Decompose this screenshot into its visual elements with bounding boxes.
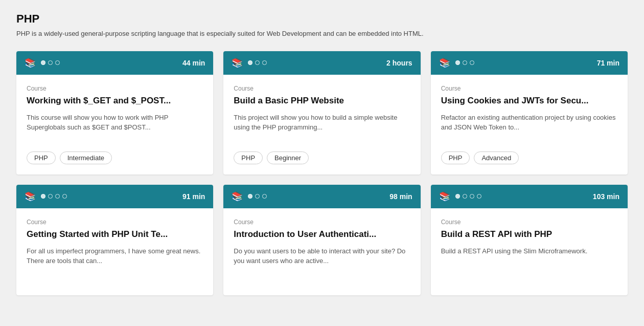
card-header-left: 📚 <box>439 58 474 68</box>
book-icon: 📚 <box>232 192 243 201</box>
card-header-left: 📚 <box>232 58 267 68</box>
dot <box>255 60 260 65</box>
card-3[interactable]: 📚 71 min Course Using Cookies and JWTs f… <box>431 51 628 175</box>
card-body: Course Getting Started with PHP Unit Te.… <box>16 208 213 295</box>
dot <box>62 194 67 199</box>
book-icon: 📚 <box>25 58 36 68</box>
card-type: Course <box>441 219 617 226</box>
card-description: For all us imperfect programmers, I have… <box>27 246 203 273</box>
card-6[interactable]: 📚 103 min Course Build a REST API with P… <box>431 185 628 295</box>
page-description: PHP is a widely-used general-purpose scr… <box>16 29 628 39</box>
card-header: 📚 44 min <box>16 51 213 75</box>
book-icon: 📚 <box>439 58 450 68</box>
card-body: Course Build a Basic PHP Website This pr… <box>223 75 420 175</box>
card-header: 📚 103 min <box>431 185 628 208</box>
card-title: Build a Basic PHP Website <box>234 95 410 106</box>
tag: Beginner <box>267 151 309 164</box>
card-body: Course Using Cookies and JWTs for Secu..… <box>431 75 628 175</box>
card-title: Getting Started with PHP Unit Te... <box>27 229 203 240</box>
card-description: Refactor an existing authentication proj… <box>441 113 617 139</box>
card-header: 📚 2 hours <box>223 51 420 75</box>
card-description: Do you want users to be able to interact… <box>234 246 410 273</box>
card-1[interactable]: 📚 44 min Course Working with $_GET and $… <box>16 51 213 175</box>
card-title: Using Cookies and JWTs for Secu... <box>441 95 617 106</box>
card-title: Build a REST API with PHP <box>441 229 617 240</box>
card-body: Course Build a REST API with PHP Build a… <box>431 208 628 295</box>
dot <box>477 194 481 199</box>
card-type: Course <box>234 219 410 226</box>
dots <box>455 194 481 199</box>
dots <box>248 194 267 199</box>
card-tags: PHPIntermediate <box>27 151 203 164</box>
card-duration: 98 min <box>389 192 412 201</box>
card-5[interactable]: 📚 98 min Course Introduction to User Aut… <box>223 185 420 295</box>
book-icon: 📚 <box>25 192 36 201</box>
dot <box>41 60 45 65</box>
card-duration: 103 min <box>593 192 619 201</box>
card-type: Course <box>441 85 617 92</box>
tag: PHP <box>234 151 263 164</box>
card-duration: 2 hours <box>386 59 412 67</box>
card-header: 📚 91 min <box>16 185 213 208</box>
card-2[interactable]: 📚 2 hours Course Build a Basic PHP Websi… <box>223 51 420 175</box>
page-title: PHP <box>16 12 628 26</box>
card-type: Course <box>27 219 203 226</box>
dot <box>48 194 53 199</box>
dot <box>248 194 252 199</box>
dot <box>55 194 60 199</box>
cards-grid: 📚 44 min Course Working with $_GET and $… <box>16 51 628 295</box>
card-header-left: 📚 <box>25 192 67 201</box>
dot <box>262 60 267 65</box>
card-type: Course <box>234 85 410 92</box>
tag: PHP <box>441 151 470 164</box>
dot <box>41 194 45 199</box>
card-title: Introduction to User Authenticati... <box>234 229 410 240</box>
card-description: This project will show you how to build … <box>234 113 410 139</box>
dot <box>455 194 460 199</box>
dot <box>255 194 260 199</box>
card-header: 📚 71 min <box>431 51 628 75</box>
dot <box>48 60 53 65</box>
dot <box>455 60 460 65</box>
dot <box>463 60 467 65</box>
tag: Intermediate <box>60 151 112 164</box>
card-duration: 91 min <box>182 192 205 201</box>
card-header-left: 📚 <box>439 192 481 201</box>
card-header-left: 📚 <box>232 192 267 201</box>
card-body: Course Working with $_GET and $_POST... … <box>16 75 213 175</box>
dot <box>470 60 474 65</box>
card-header-left: 📚 <box>25 58 60 68</box>
card-4[interactable]: 📚 91 min Course Getting Started with PHP… <box>16 185 213 295</box>
dots <box>455 60 474 65</box>
tag: PHP <box>27 151 56 164</box>
card-description: This course will show you how to work wi… <box>27 113 203 139</box>
dots <box>41 60 60 65</box>
dot <box>262 194 267 199</box>
card-duration: 44 min <box>182 59 205 67</box>
book-icon: 📚 <box>232 58 243 68</box>
card-tags: PHPBeginner <box>234 151 410 164</box>
card-duration: 71 min <box>597 59 619 67</box>
card-description: Build a REST API using the Slim Microfra… <box>441 246 617 273</box>
card-tags: PHPAdvanced <box>441 151 617 164</box>
dot <box>55 60 60 65</box>
card-header: 📚 98 min <box>223 185 420 208</box>
tag: Advanced <box>474 151 519 164</box>
dot <box>248 60 252 65</box>
card-title: Working with $_GET and $_POST... <box>27 95 203 106</box>
dots <box>41 194 67 199</box>
card-type: Course <box>27 85 203 92</box>
dots <box>248 60 267 65</box>
book-icon: 📚 <box>439 192 450 201</box>
dot <box>463 194 467 199</box>
card-body: Course Introduction to User Authenticati… <box>223 208 420 295</box>
dot <box>470 194 474 199</box>
